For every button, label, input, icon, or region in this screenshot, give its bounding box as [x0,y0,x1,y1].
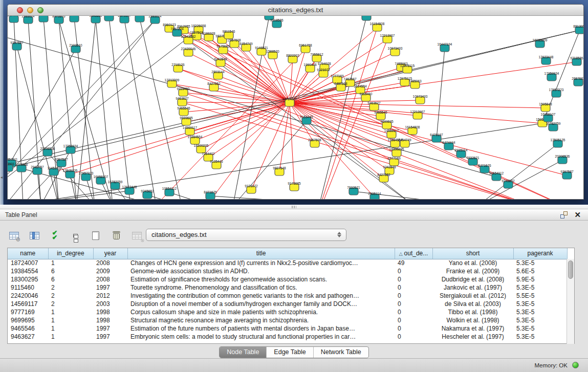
graph-node[interactable]: 9135446 [210,160,223,169]
network-window-titlebar[interactable]: citations_edges.txt [8,5,583,16]
table-cell[interactable]: 9115460 [8,283,48,292]
graph-node[interactable]: 13505135 [63,169,78,178]
graph-node[interactable]: 9115460 [360,92,373,101]
table-row[interactable]: 946554611997Estimation of the future num… [8,324,567,333]
show-columns-button[interactable] [28,229,41,242]
table-cell[interactable]: 1 [48,259,93,267]
table-cell[interactable]: 2 [48,292,93,300]
graph-node[interactable]: 2867608 [228,38,241,48]
graph-node[interactable]: 7857224 [170,27,184,36]
table-cell[interactable]: 9463627 [8,333,48,341]
table-cell[interactable]: Corpus callosum shape and size in male p… [127,308,395,316]
table-cell[interactable]: 9465546 [8,324,48,333]
graph-node[interactable]: 1588520 [266,50,279,59]
table-cell[interactable]: Estimation of significance thresholds fo… [127,275,395,283]
graph-node[interactable]: 19384554 [188,135,203,144]
graph-node[interactable]: 7485063 [408,79,422,89]
graph-node[interactable]: 17359934 [63,144,78,154]
graph-node[interactable]: 8454749 [398,138,411,147]
graph-node[interactable]: 9175685 [288,182,301,191]
table-cell[interactable]: Structural magnetic resonance image aver… [127,316,395,324]
table-cell[interactable]: 0 [395,333,432,341]
table-cell[interactable]: 2012 [93,292,127,300]
graph-node[interactable]: 1115688 [15,163,28,172]
table-cell[interactable]: 19384554 [8,267,48,275]
table-cell[interactable]: 6 [48,275,93,283]
table-cell[interactable]: Embryonic stem cells: a model to study s… [127,333,395,341]
column-header-year[interactable]: year [93,248,127,259]
table-row[interactable]: 911546021997Tourette syndrome. Phenomeno… [8,283,567,292]
graph-node[interactable]: 9474444 [442,141,455,150]
table-cell[interactable]: 2008 [93,275,127,283]
table-selector-dropdown[interactable]: citations_edges.txt [146,229,346,241]
graph-node[interactable]: 10654112 [67,16,82,22]
table-cell[interactable]: 1 [48,316,93,324]
table-cell[interactable]: 0 [395,308,432,316]
graph-node[interactable]: 9397587 [560,170,574,179]
table-cell[interactable]: 18300295 [8,275,48,283]
graph-node[interactable]: 9463627 [367,101,381,111]
table-cell[interactable]: Tibbo et al. (1998) [432,308,513,316]
graph-node[interactable]: 12923448 [539,55,554,64]
graph-node[interactable]: 7955812 [310,53,323,62]
table-cell[interactable]: 5.3E-5 [513,324,567,333]
graph-node[interactable]: 14569117 [384,129,399,138]
graph-node[interactable]: 2935114 [455,148,468,158]
table-cell[interactable]: 1 [48,324,93,333]
panel-collapse-arrow[interactable]: ◂ [1,175,3,180]
graph-node[interactable]: 8813054 [573,25,583,34]
graph-node[interactable]: 16154808 [370,22,385,31]
new-column-button[interactable] [89,229,102,242]
graph-node[interactable]: 2687682 [572,77,583,86]
table-cell[interactable]: Tourette syndrome. Phenomenology and cla… [127,283,395,292]
table-cell[interactable]: Jankovic et al. (1997) [432,283,513,292]
table-row[interactable]: 1830029562008Estimation of significance … [8,275,567,283]
graph-node[interactable]: 2867608 [308,138,321,147]
graph-node[interactable]: 9474444 [133,16,146,22]
table-cell[interactable]: 1997 [93,283,127,292]
table-settings-button[interactable]: ⚙ [7,229,20,242]
graph-node[interactable]: 16033809 [533,38,548,48]
table-cell[interactable]: Hescheler et al. (1997) [432,333,513,341]
table-cell[interactable]: 6 [48,267,93,275]
graph-node[interactable]: 2803144 [211,70,225,79]
table-cell[interactable]: 5.9E-5 [513,275,567,283]
graph-node[interactable]: 7632621 [466,156,480,165]
table-cell[interactable]: 5.6E-5 [513,267,567,275]
graph-node[interactable]: 17359934 [545,72,559,81]
table-cell[interactable]: 2 [48,283,93,292]
row-height-button[interactable] [69,229,82,242]
table-cell[interactable]: Nakamura et al. (1997) [432,324,513,333]
graph-node[interactable]: 2935114 [368,192,381,200]
table-cell[interactable]: 9777169 [8,308,48,316]
table-cell[interactable]: Dudbridge et al. (2008) [432,275,513,283]
table-cell[interactable]: 5.3E-5 [513,300,567,308]
table-cell[interactable]: Yano et al. (2008) [432,259,513,267]
table-cell[interactable]: 1997 [93,324,127,333]
table-cell[interactable]: Investigating the contribution of common… [127,292,395,300]
graph-node[interactable]: 9827548 [273,166,286,176]
table-cell[interactable]: Wolkin et al. (1998) [432,316,513,324]
table-cell[interactable]: Changes of HCN gene expression and I(f) … [127,259,395,267]
table-cell[interactable]: 5.3E-5 [513,333,567,341]
graph-node[interactable]: 10973493 [413,95,428,104]
graph-node[interactable]: 9245652 [141,189,154,199]
table-cell[interactable]: 0 [395,267,432,275]
column-header-in_degree[interactable]: in_degree [48,248,93,259]
column-header-short[interactable]: short [432,248,513,259]
graph-node[interactable]: 12923448 [122,185,137,194]
table-cell[interactable]: 49 [395,259,432,267]
graph-node[interactable]: 6479197 [430,133,443,142]
graph-node[interactable]: 6961758 [299,43,312,53]
tab-node-table[interactable]: Node Table [220,347,266,358]
table-cell[interactable]: 2009 [93,267,127,275]
table-row[interactable]: 1456911722003Disruption of a novel membe… [8,300,567,308]
graph-node[interactable]: 6479197 [118,16,131,23]
table-cell[interactable]: 2 [48,300,93,308]
scrollbar-thumb[interactable] [568,260,573,279]
table-cell[interactable]: de Silva et al. (2003) [432,300,513,308]
graph-node[interactable]: 16782759 [546,122,561,131]
table-cell[interactable]: 0 [395,275,432,283]
table-cell[interactable]: Estimation of the future numbers of pati… [127,324,395,333]
graph-node[interactable]: 9811546 [223,30,235,39]
